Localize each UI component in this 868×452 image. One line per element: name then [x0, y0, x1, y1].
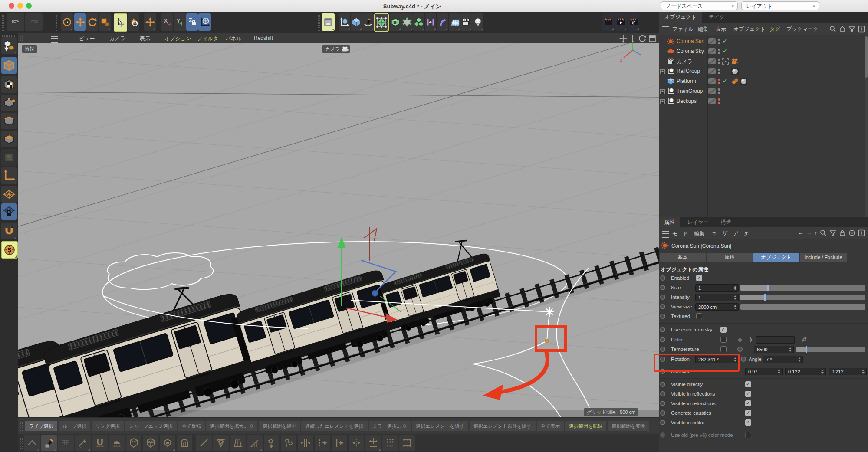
vp-menu-options[interactable]: オプション: [164, 35, 191, 43]
am-menu-userdata[interactable]: ユーザーデータ: [712, 230, 749, 237]
render-visibility-dot[interactable]: [718, 102, 720, 104]
spinner[interactable]: [734, 295, 737, 300]
ring-selection-button[interactable]: リング選択: [92, 421, 124, 431]
spinner[interactable]: [734, 286, 737, 290]
snap-settings-button[interactable]: S: [1, 241, 18, 259]
layer-toggle[interactable]: [708, 58, 716, 64]
hamburger-menu-icon[interactable]: [51, 36, 58, 43]
minimize-window-button[interactable]: [17, 3, 23, 9]
editor-visibility-dot[interactable]: [718, 98, 720, 101]
section-tab-include-exclude[interactable]: Include / Exclude: [800, 253, 847, 262]
temperature-slider[interactable]: [796, 347, 865, 352]
iron-tool-button[interactable]: [109, 435, 125, 451]
layer-toggle[interactable]: [708, 78, 716, 84]
tab-attributes[interactable]: 属性: [659, 217, 680, 228]
use-color-from-sky-checkbox[interactable]: [720, 327, 727, 333]
live-selection-button[interactable]: ライブ選択: [25, 421, 57, 431]
render-to-picture-viewer-button[interactable]: [615, 13, 627, 31]
orbit-view-icon[interactable]: [638, 35, 646, 43]
snap-button[interactable]: [1, 223, 17, 239]
edge-slide-tool-button[interactable]: [332, 435, 347, 451]
floor-environment-button[interactable]: [449, 13, 460, 31]
coordinate-system-button[interactable]: [198, 13, 211, 31]
y-axis-lock-button[interactable]: Y: [174, 13, 186, 31]
tab-layers[interactable]: レイヤー: [682, 217, 713, 228]
mirror-tool-button[interactable]: [349, 435, 364, 451]
camera-button[interactable]: [460, 13, 472, 31]
editor-visibility-dot[interactable]: [718, 69, 720, 71]
om-menu-bookmarks[interactable]: ブックマーク: [786, 26, 818, 33]
phong-tag-icon[interactable]: [731, 78, 739, 85]
search-icon[interactable]: [820, 229, 827, 236]
toggle-view-icon[interactable]: [648, 35, 656, 43]
visible-directly-checkbox[interactable]: [745, 381, 751, 387]
layer-toggle[interactable]: [708, 68, 716, 74]
animation-dot[interactable]: [660, 420, 665, 425]
animation-dot[interactable]: [660, 382, 665, 387]
render-visibility-dot[interactable]: [718, 72, 720, 74]
redo-button[interactable]: [25, 13, 43, 31]
cage-deform-tool-button[interactable]: [399, 435, 415, 451]
object-row-railgroup[interactable]: + RailGroup: [659, 66, 868, 76]
focus-icon[interactable]: [722, 58, 729, 65]
bend-deformer-button[interactable]: [437, 13, 448, 31]
tab-takes[interactable]: テイク: [704, 12, 730, 23]
line-cut-tool-button[interactable]: [196, 435, 212, 451]
vp-menu-filter[interactable]: フィルタ: [197, 35, 218, 43]
filter-icon[interactable]: [829, 229, 836, 236]
visible-in-refractions-checkbox[interactable]: [745, 400, 751, 406]
projection-label[interactable]: 透視: [22, 45, 37, 53]
magnet-tool-button[interactable]: [92, 435, 108, 451]
generate-caustics-checkbox[interactable]: [745, 410, 751, 416]
add-layer-icon[interactable]: [858, 26, 865, 33]
lock-workplane-button[interactable]: [1, 203, 17, 220]
enabled-checkbox[interactable]: [696, 275, 702, 281]
temperature-radio[interactable]: [737, 347, 743, 352]
extrude-inner-tool-button[interactable]: [143, 435, 158, 451]
spinner[interactable]: [789, 347, 792, 352]
inner-polygon-tool-button[interactable]: [213, 435, 229, 451]
toolbar-drag-handle[interactable]: [2, 34, 16, 37]
knife-tool-button[interactable]: [75, 435, 91, 451]
hamburger-menu-icon[interactable]: [662, 231, 669, 238]
object-row-traingroup[interactable]: + TrainGroup: [659, 86, 868, 96]
toolbar-drag-handle[interactable]: [56, 14, 58, 31]
axis-center-tool-button[interactable]: [365, 435, 381, 451]
shrink-selection-button[interactable]: 選択範囲を縮小: [259, 421, 300, 431]
section-tab-basic[interactable]: 基本: [660, 253, 706, 262]
section-tab-object[interactable]: オブジェクト: [753, 253, 799, 262]
cloner-button[interactable]: [413, 13, 424, 31]
tweak-mode-button[interactable]: [1, 149, 17, 166]
editor-visibility-dot[interactable]: [718, 79, 720, 81]
spinner[interactable]: [778, 370, 781, 374]
om-menu-objects[interactable]: オブジェクト: [733, 26, 766, 33]
prism-tool-button[interactable]: [230, 435, 246, 451]
hide-selected-button[interactable]: 選択エレメントを隠す: [412, 421, 468, 431]
search-icon[interactable]: [829, 26, 836, 33]
expand-icon[interactable]: +: [660, 99, 665, 104]
size-slider[interactable]: [740, 285, 865, 291]
close-window-button[interactable]: [9, 3, 14, 9]
angle-radio[interactable]: [741, 357, 746, 362]
animation-dot[interactable]: [660, 285, 665, 290]
enabled-check-icon[interactable]: ✓: [723, 38, 727, 44]
z-axis-lock-button[interactable]: Z: [186, 13, 198, 31]
dolly-view-icon[interactable]: [629, 35, 637, 43]
view-size-field[interactable]: 2000 cm: [695, 303, 739, 311]
render-visibility-dot[interactable]: [718, 52, 720, 54]
camera-label[interactable]: カメラ: [322, 45, 350, 53]
render-settings-button[interactable]: [339, 13, 350, 31]
mirror-selection-button[interactable]: ミラー選択...⚙: [369, 421, 411, 431]
textured-checkbox[interactable]: [696, 313, 702, 319]
target-icon[interactable]: [848, 229, 855, 236]
hamburger-menu-icon[interactable]: [662, 26, 669, 33]
unhide-all-button[interactable]: 全て表示: [537, 421, 564, 431]
color-swatch-field[interactable]: [756, 336, 795, 344]
use-old-color-mode-checkbox[interactable]: [745, 432, 751, 438]
extrude-tool-button[interactable]: [126, 435, 141, 451]
animation-dot[interactable]: [660, 337, 665, 342]
direction-x-field[interactable]: 0.97: [745, 368, 783, 375]
view-size-slider[interactable]: [740, 304, 865, 310]
sharp-edge-selection-button[interactable]: シャープエッジ選択: [125, 421, 177, 431]
rotate-tool-button[interactable]: [86, 13, 98, 31]
